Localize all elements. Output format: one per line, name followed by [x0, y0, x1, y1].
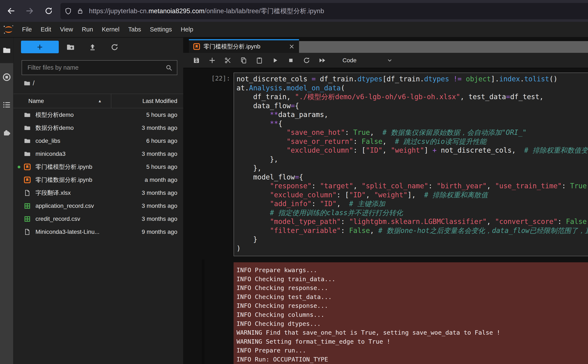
file-row[interactable]: 零门槛数据分析.ipynba month ago — [13, 173, 183, 186]
file-last-modified: 3 months ago — [66, 150, 183, 157]
new-launcher-label: + — [37, 42, 43, 52]
notebook-scroll-area[interactable]: [22]: not_discrete_cols = df_train.dtype… — [183, 68, 588, 364]
file-name: Miniconda3-latest-Linu... — [35, 228, 99, 235]
menu-item-settings[interactable]: Settings — [145, 22, 176, 37]
menu-item-edit[interactable]: Edit — [36, 22, 56, 37]
cell-type-dropdown[interactable]: Code — [343, 57, 393, 64]
file-last-modified: 3 months ago — [94, 202, 183, 209]
code-line: "add_info": "ID", # 主键添加 — [237, 199, 588, 208]
file-name: code_libs — [35, 137, 60, 144]
file-name: credit_record.csv — [35, 215, 80, 222]
sidebar-item-file-browser[interactable] — [0, 44, 13, 57]
new-launcher-button[interactable]: + — [21, 41, 59, 53]
running-indicator-dot — [18, 166, 20, 168]
filter-files-input[interactable] — [22, 64, 165, 71]
breadcrumb-root: / — [33, 79, 35, 87]
file-last-modified: 5 hours ago — [74, 111, 183, 118]
browser-back-button[interactable] — [5, 5, 17, 17]
log-line: INFO Checking train_data... — [237, 275, 588, 284]
code-line: }, — [237, 164, 588, 173]
breadcrumb[interactable]: / — [24, 79, 35, 87]
stop-icon — [287, 57, 294, 64]
file-row[interactable]: application_record.csv3 months ago — [13, 199, 183, 212]
file-row[interactable]: Miniconda3-latest-Linu...9 months ago — [13, 225, 183, 238]
puzzle-icon — [2, 128, 11, 137]
log-line: WARNING Find that save_one_hot is True, … — [237, 328, 588, 337]
browser-chrome: https://jupyterlab-cn.metanoia8295.com/o… — [0, 0, 588, 22]
interrupt-kernel-button[interactable] — [286, 56, 296, 65]
refresh-button[interactable] — [110, 42, 119, 52]
run-cell-button[interactable] — [270, 56, 280, 65]
file-row[interactable]: code_libs6 hours ago — [13, 134, 183, 147]
sidebar-item-table-of-contents[interactable] — [0, 98, 13, 111]
folder-icon — [24, 111, 31, 118]
jupyterlab-menubar: FileEditViewRunKernelTabsSettingsHelp — [0, 22, 588, 38]
log-line: INFO Checking dtypes... — [237, 319, 588, 328]
restart-run-all-button[interactable] — [317, 56, 327, 65]
activity-sidebar — [0, 38, 13, 364]
log-line: INFO Checking columns... — [237, 310, 588, 319]
back-arrow-icon — [6, 6, 15, 15]
execution-count: [22]: — [183, 75, 230, 82]
save-button[interactable] — [192, 56, 201, 65]
file-name: 模型分析demo — [35, 111, 74, 119]
code-line: not_discrete_cols = df_train.dtypes[df_t… — [237, 75, 588, 84]
tab-close-button[interactable] — [289, 43, 295, 50]
file-row[interactable]: 数据分析demo3 months ago — [13, 121, 183, 134]
folder-icon — [24, 150, 31, 157]
spreadsheet-icon — [24, 215, 31, 222]
code-line: "response": "target", "split_col_name": … — [237, 182, 588, 191]
menu-item-kernel[interactable]: Kernel — [97, 22, 124, 37]
sidebar-item-running-sessions[interactable] — [0, 71, 13, 84]
file-last-modified: a month ago — [92, 176, 183, 183]
browser-reload-button[interactable] — [42, 5, 55, 17]
menu-item-help[interactable]: Help — [176, 22, 198, 37]
notebook-tab[interactable]: 零门槛模型分析.ipynb — [189, 39, 299, 53]
cell-output: INFO Prepare kwargs...INFO Checking trai… — [234, 262, 588, 364]
copy-icon — [240, 57, 247, 64]
code-line: }, — [237, 155, 588, 164]
upload-button[interactable] — [88, 42, 97, 52]
code-line: at.Analysis.model_on_data( — [237, 84, 588, 93]
output-collapser[interactable] — [202, 260, 205, 364]
menu-item-run[interactable]: Run — [77, 22, 97, 37]
log-line: INFO Prepare run... — [237, 346, 588, 355]
run-icon — [271, 57, 279, 64]
folder-icon — [24, 137, 31, 144]
column-header-last-modified[interactable]: Last Modified — [111, 98, 183, 104]
shield-icon[interactable] — [65, 7, 72, 15]
menu-item-tabs[interactable]: Tabs — [124, 22, 145, 37]
file-last-modified: 3 months ago — [80, 215, 183, 222]
new-folder-button[interactable] — [66, 42, 75, 52]
sidebar-item-extensions[interactable] — [0, 126, 13, 139]
restart-kernel-button[interactable] — [302, 56, 311, 65]
cut-cells-button[interactable] — [223, 56, 233, 65]
code-line: # 指定使用训练的class并不进行打分转化 — [237, 208, 588, 217]
code-cell-editor[interactable]: not_discrete_cols = df_train.dtypes[df_t… — [234, 72, 588, 256]
close-icon — [289, 43, 295, 50]
menu-item-view[interactable]: View — [56, 22, 77, 37]
paste-icon — [256, 57, 263, 64]
notebook-toolbar: Code — [183, 53, 588, 68]
paste-cells-button[interactable] — [255, 56, 264, 65]
address-bar[interactable]: https://jupyterlab-cn.metanoia8295.com/o… — [60, 3, 588, 19]
code-line: "model_type_path": "lightgbm.sklearn.LGB… — [237, 217, 588, 226]
chevron-down-icon — [387, 57, 393, 64]
home-folder-icon[interactable] — [24, 80, 31, 87]
copy-cells-button[interactable] — [239, 56, 248, 65]
file-name: 字段翻译.xlsx — [35, 189, 71, 197]
file-row[interactable]: credit_record.csv3 months ago — [13, 212, 183, 225]
upload-icon — [88, 43, 97, 51]
file-row[interactable]: 模型分析demo5 hours ago — [13, 108, 183, 121]
column-header-name[interactable]: Name ▲ — [13, 94, 111, 108]
file-row[interactable]: 零门槛模型分析.ipynb5 hours ago — [13, 160, 183, 173]
file-row[interactable]: 字段翻译.xlsx3 months ago — [13, 186, 183, 199]
last-modified-header-label: Last Modified — [142, 98, 177, 104]
menu-item-file[interactable]: File — [18, 22, 36, 37]
folder-icon — [2, 46, 11, 55]
new-folder-icon — [66, 43, 75, 52]
add-cell-button[interactable] — [207, 56, 217, 65]
file-row[interactable]: miniconda33 months ago — [13, 147, 183, 160]
restart-icon — [303, 57, 310, 64]
browser-forward-button[interactable] — [24, 5, 36, 17]
